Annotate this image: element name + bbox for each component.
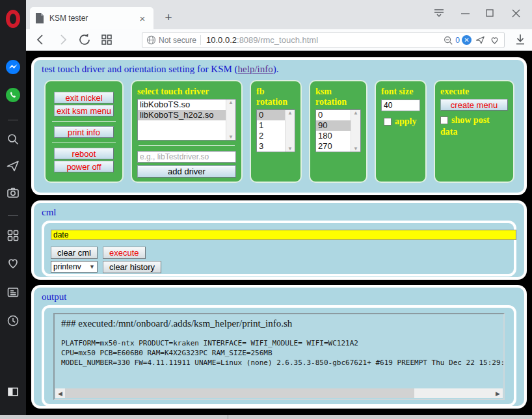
downloads-icon[interactable] [514, 33, 527, 46]
tab-close-icon[interactable]: × [137, 13, 148, 24]
help-info-link[interactable]: help/info [238, 64, 273, 74]
tile-view-icon[interactable] [100, 33, 114, 47]
listbox-option[interactable]: 2 [257, 131, 285, 141]
bookmarks-heart-icon[interactable] [5, 255, 21, 271]
execute-label: execute [440, 87, 508, 97]
back-button[interactable] [34, 33, 48, 47]
tab-ksm-tester[interactable]: KSM tester × [30, 7, 153, 29]
news-reader-icon[interactable] [5, 284, 21, 300]
execute-card: execute create menu show post data [434, 80, 514, 183]
maximize-button[interactable] [480, 6, 499, 20]
history-clock-icon[interactable] [5, 313, 21, 329]
reload-button[interactable] [77, 33, 92, 47]
cml-panel: cml clear cml execute printenv▼ clear hi… [31, 200, 527, 280]
touch-driver-card: select touch driver libKoboTS.so libKobo… [131, 80, 243, 183]
show-post-data-checkbox[interactable] [440, 116, 448, 124]
listbox-option[interactable]: 270 [316, 141, 351, 152]
scroll-up-icon[interactable]: ▲ [353, 110, 358, 116]
listbox-option[interactable]: libKoboTS.so [138, 100, 226, 110]
scroll-right-icon[interactable]: ▶ [493, 390, 503, 397]
minimize-button[interactable] [455, 6, 475, 20]
chevron-down-icon: ▼ [89, 264, 95, 270]
output-panel: output ### executed:/mnt/onboard/.adds/k… [31, 285, 527, 409]
scrollbar-thumb[interactable] [65, 388, 414, 398]
scroll-left-icon[interactable]: ◀ [55, 390, 65, 397]
snapshot-camera-icon[interactable] [5, 185, 21, 200]
fb-rotation-listbox[interactable]: 0 1 2 3 ▲▼ [256, 109, 295, 152]
listbox-scrollbar[interactable]: ▲▼ [285, 110, 295, 152]
messenger-icon[interactable] [5, 59, 21, 75]
create-menu-button[interactable]: create menu [440, 99, 508, 111]
forward-button[interactable] [55, 33, 70, 47]
apply-label: apply [395, 116, 416, 126]
clear-history-button[interactable]: clear history [103, 261, 161, 273]
page-title: test touch driver and orientation settin… [34, 60, 524, 75]
add-driver-button[interactable]: add driver [137, 165, 236, 178]
listbox-option-selected[interactable]: libKoboTS_h2o2.so [138, 110, 226, 120]
controls-panel: test touch driver and orientation settin… [31, 57, 527, 195]
listbox-option[interactable]: 180 [316, 131, 351, 141]
scroll-up-icon[interactable]: ▲ [228, 100, 233, 105]
search-icon[interactable] [5, 131, 21, 147]
ksm-rotation-card: ksm rotation 0 90 180 270 ▲▼ [309, 80, 367, 183]
listbox-scrollbar[interactable]: ▲▼ [226, 100, 235, 140]
page-content: test touch driver and orientation settin… [26, 51, 532, 415]
listbox-option[interactable]: 0 [316, 110, 351, 120]
tab-title: KSM tester [49, 14, 137, 23]
address-bar[interactable]: Not secure 10.0.0.2:8089/rmc_touch.html … [142, 32, 505, 48]
output-horizontal-scrollbar[interactable]: ◀ ▶ [55, 388, 503, 398]
whatsapp-icon[interactable] [5, 87, 21, 103]
send-to-flow-icon[interactable] [475, 34, 486, 46]
output-inner-box: ### executed:/mnt/onboard/.adds/ksm_help… [42, 305, 516, 407]
opera-logo-icon[interactable] [6, 10, 20, 28]
exit-ksm-menu-button[interactable]: exit ksm menu [54, 105, 114, 116]
speed-dial-grid-icon[interactable] [5, 228, 21, 243]
cards-row: exit nickel exit ksm menu print info reb… [34, 75, 524, 183]
execute-cml-button[interactable]: execute [103, 247, 146, 259]
fb-rotation-card: fb rotation 0 1 2 3 ▲▼ [250, 80, 302, 183]
adblock-badge-icon[interactable]: ✕ [462, 35, 472, 45]
cml-label: cml [34, 203, 524, 218]
tab-menu-icon[interactable] [429, 6, 449, 20]
blocked-count: 0 [455, 36, 460, 45]
listbox-option-selected[interactable]: 90 [316, 120, 351, 131]
new-driver-input[interactable] [137, 151, 236, 163]
font-size-label: font size [381, 87, 420, 97]
my-flow-send-icon[interactable] [5, 158, 21, 174]
listbox-scrollbar[interactable]: ▲▼ [351, 110, 360, 152]
sidebar-divider [8, 215, 18, 216]
scroll-down-icon[interactable]: ▼ [228, 134, 233, 140]
reboot-button[interactable]: reboot [54, 148, 114, 159]
navigation-toolbar: Not secure 10.0.0.2:8089/rmc_touch.html … [26, 29, 532, 51]
close-window-button[interactable] [506, 6, 525, 20]
touch-driver-listbox[interactable]: libKoboTS.so libKoboTS_h2o2.so ▲▼ [137, 99, 236, 141]
listbox-option[interactable]: 1 [257, 120, 285, 131]
taskbar-sliver [0, 415, 532, 419]
ksm-rotation-listbox[interactable]: 0 90 180 270 ▲▼ [315, 109, 361, 152]
listbox-option[interactable]: 3 [257, 141, 285, 152]
new-tab-button[interactable]: + [160, 9, 177, 26]
bookmark-heart-icon[interactable] [489, 34, 500, 46]
listbox-option-selected[interactable]: 0 [257, 110, 285, 120]
history-select[interactable]: printenv▼ [51, 261, 98, 273]
clear-cml-button[interactable]: clear cml [51, 247, 98, 259]
cml-command-input[interactable] [51, 230, 516, 240]
font-size-input[interactable] [381, 100, 420, 111]
scroll-down-icon[interactable]: ▼ [287, 146, 293, 152]
divider [139, 145, 235, 146]
cml-inner-box: clear cml execute printenv▼ clear histor… [42, 221, 516, 277]
zoom-page-icon[interactable] [443, 35, 453, 46]
browser-window: KSM tester × + Not s [0, 0, 532, 419]
scroll-up-icon[interactable]: ▲ [287, 110, 293, 116]
security-status: Not secure [159, 36, 196, 45]
output-console[interactable]: ### executed:/mnt/onboard/.adds/ksm_help… [53, 313, 505, 400]
print-info-button[interactable]: print info [54, 126, 114, 138]
power-off-button[interactable]: power off [54, 161, 114, 172]
ksm-rotation-label: ksm rotation [315, 87, 361, 107]
apply-checkbox[interactable] [384, 118, 392, 126]
sidebar-toggle-icon[interactable] [5, 384, 21, 399]
exit-nickel-button[interactable]: exit nickel [54, 92, 114, 103]
touch-driver-label: select touch driver [137, 87, 236, 97]
scroll-down-icon[interactable]: ▼ [353, 146, 358, 152]
fb-rotation-label: fb rotation [256, 87, 295, 107]
